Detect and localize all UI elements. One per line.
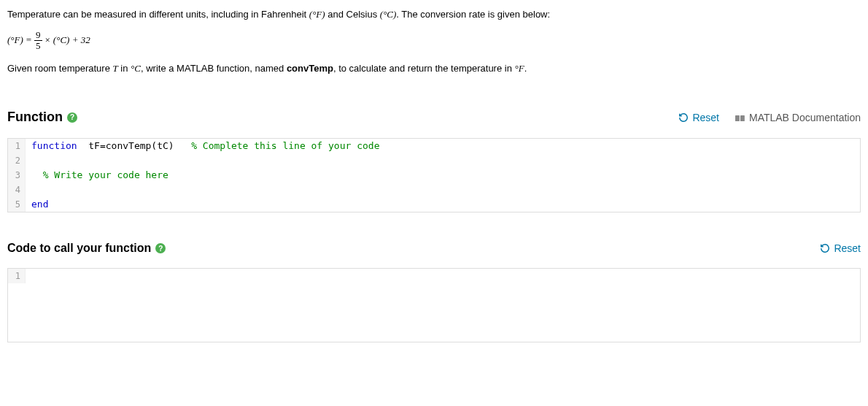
- code-line: 4: [8, 183, 860, 197]
- fraction: 95: [34, 30, 42, 52]
- formula-rhs: × (°C) + 32: [42, 34, 90, 45]
- function-section: Function ? Reset MATLAB Documentation 1 …: [7, 110, 861, 212]
- call-section-title: Code to call your function ?: [7, 242, 166, 255]
- line-number: 1: [8, 269, 26, 283]
- text: Given room temperature: [7, 63, 113, 74]
- code-content[interactable]: [26, 269, 31, 283]
- comment: % Write your code here: [43, 169, 168, 180]
- line-number: 3: [8, 168, 26, 183]
- variable-t: T: [113, 63, 118, 74]
- function-name-bold: convTemp: [287, 63, 333, 74]
- indent: [31, 169, 43, 180]
- doc-label: MATLAB Documentation: [749, 112, 861, 123]
- svg-rect-1: [740, 115, 745, 121]
- code-line: 5 end: [8, 197, 860, 212]
- call-section-actions: Reset: [820, 242, 861, 254]
- function-section-title: Function ?: [7, 110, 77, 125]
- text: , write a MATLAB function, named: [141, 63, 287, 74]
- call-section: Code to call your function ? Reset 1: [7, 242, 861, 342]
- function-section-header: Function ? Reset MATLAB Documentation: [7, 110, 861, 125]
- title-text: Code to call your function: [7, 242, 151, 255]
- reset-icon: [820, 243, 830, 253]
- code-content[interactable]: function tF=convTemp(tC) % Complete this…: [26, 139, 379, 153]
- text: Temperature can be measured in different…: [7, 9, 309, 20]
- help-icon[interactable]: ?: [155, 243, 166, 253]
- code-line: 2: [8, 153, 860, 168]
- code-content[interactable]: end: [26, 197, 48, 212]
- reset-icon: [678, 112, 689, 123]
- svg-rect-0: [735, 115, 740, 121]
- comment: % Complete this line of your code: [191, 140, 379, 151]
- fahrenheit-symbol: °F: [515, 63, 524, 74]
- numerator: 9: [34, 30, 42, 41]
- call-code-editor[interactable]: 1: [7, 268, 861, 342]
- text: and Celsius: [325, 9, 380, 20]
- code-line: 1 function tF=convTemp(tC) % Complete th…: [8, 139, 860, 153]
- code-text: tF=convTemp(tC): [77, 140, 192, 151]
- celsius-symbol: °C: [131, 63, 141, 74]
- book-icon: [735, 113, 745, 122]
- reset-button[interactable]: Reset: [678, 112, 719, 123]
- code-content[interactable]: [26, 183, 31, 197]
- title-text: Function: [7, 110, 63, 125]
- line-number: 5: [8, 197, 26, 212]
- code-content[interactable]: % Write your code here: [26, 168, 168, 183]
- line-number: 4: [8, 183, 26, 197]
- text: in: [118, 63, 131, 74]
- formula-lhs: (°F) =: [7, 34, 34, 45]
- problem-line-1: Temperature can be measured in different…: [7, 7, 861, 23]
- function-section-actions: Reset MATLAB Documentation: [678, 112, 861, 123]
- reset-label: Reset: [692, 112, 719, 123]
- matlab-doc-link[interactable]: MATLAB Documentation: [735, 112, 861, 123]
- line-number: 2: [8, 153, 26, 168]
- problem-line-2: Given room temperature T in °C, write a …: [7, 61, 861, 77]
- code-line: 3 % Write your code here: [8, 168, 860, 183]
- reset-button[interactable]: Reset: [820, 242, 861, 254]
- function-code-editor[interactable]: 1 function tF=convTemp(tC) % Complete th…: [7, 138, 861, 212]
- fahrenheit-symbol: (°F): [309, 9, 325, 20]
- keyword: end: [31, 199, 48, 210]
- line-number: 1: [8, 139, 26, 153]
- formula: (°F) = 95 × (°C) + 32: [7, 30, 861, 52]
- reset-label: Reset: [834, 242, 861, 254]
- call-section-header: Code to call your function ? Reset: [7, 242, 861, 255]
- keyword: function: [31, 140, 77, 151]
- problem-statement: Temperature can be measured in different…: [7, 7, 861, 77]
- text: . The conversion rate is given below:: [396, 9, 550, 20]
- text: .: [524, 63, 527, 74]
- code-line: 1: [8, 269, 860, 283]
- denominator: 5: [34, 41, 42, 51]
- celsius-symbol: (°C): [380, 9, 397, 20]
- text: , to calculate and return the temperatur…: [333, 63, 515, 74]
- help-icon[interactable]: ?: [67, 112, 77, 123]
- code-content[interactable]: [26, 153, 31, 168]
